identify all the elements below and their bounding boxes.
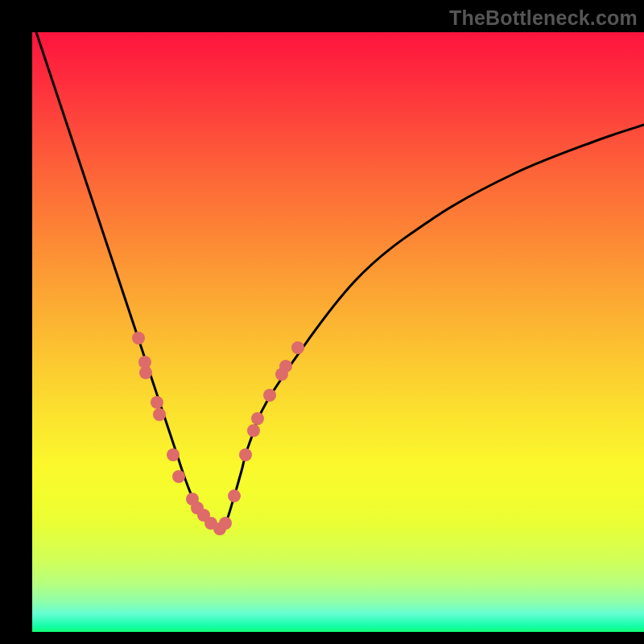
scatter-dot	[139, 366, 152, 379]
bottleneck-curve	[36, 32, 644, 527]
scatter-dot	[219, 517, 232, 530]
scatter-dot	[132, 332, 145, 345]
scatter-dot	[263, 389, 276, 402]
plot-area	[32, 32, 644, 632]
scatter-dot	[153, 408, 166, 421]
chart-frame: TheBottleneck.com	[0, 0, 644, 644]
scatter-dot	[247, 424, 260, 437]
chart-svg	[32, 32, 644, 632]
scatter-dot	[228, 489, 241, 502]
scatter-dot	[279, 360, 292, 373]
scatter-dots	[132, 332, 304, 535]
watermark-text: TheBottleneck.com	[449, 6, 638, 30]
scatter-dot	[239, 448, 252, 461]
scatter-dot	[291, 341, 304, 354]
scatter-dot	[167, 448, 180, 461]
scatter-dot	[251, 412, 264, 425]
scatter-dot	[172, 470, 185, 483]
scatter-dot	[151, 396, 163, 409]
